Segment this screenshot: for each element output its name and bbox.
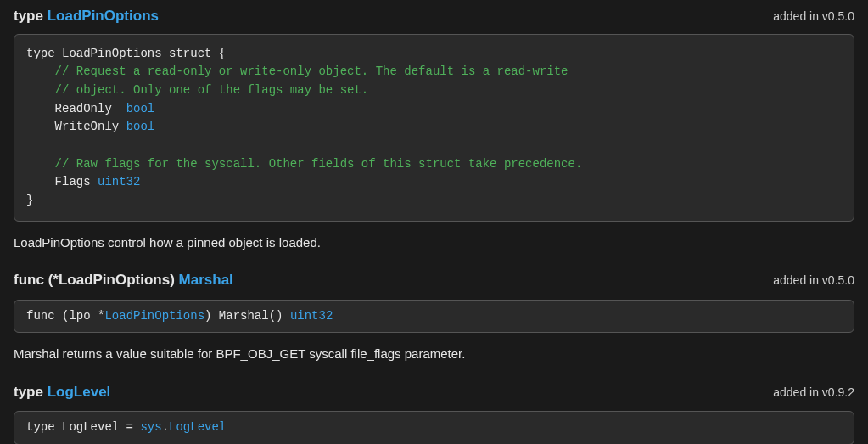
code-text: ) Marshal() [204, 309, 290, 323]
section-title: func (*LoadPinOptions) Marshal [14, 269, 233, 291]
code-block-loadpinoptions: type LoadPinOptions struct { // Request … [14, 34, 854, 222]
code-type-link[interactable]: LogLevel [169, 420, 226, 434]
type-link-loglevel[interactable]: LogLevel [48, 384, 111, 400]
code-block-marshal: func (lpo *LoadPinOptions) Marshal() uin… [14, 300, 854, 334]
code-pkg-link[interactable]: sys [140, 420, 161, 434]
section-header-loadpinoptions: type LoadPinOptions added in v0.5.0 [0, 0, 868, 31]
version-badge: added in v0.9.2 [773, 384, 854, 402]
type-link-loadpinoptions[interactable]: LoadPinOptions [48, 8, 159, 24]
section-header-marshal: func (*LoadPinOptions) Marshal added in … [0, 264, 868, 295]
receiver-label: (*LoadPinOptions) [48, 272, 175, 288]
version-badge: added in v0.5.0 [773, 272, 854, 289]
doc-container: type LoadPinOptions added in v0.5.0 type… [0, 0, 868, 444]
code-type-link[interactable]: LoadPinOptions [104, 309, 204, 323]
kind-label: type [14, 384, 43, 400]
code-text: func (lpo * [26, 309, 104, 323]
code-line: type LoadPinOptions struct { [26, 47, 226, 60]
code-type[interactable]: uint32 [98, 175, 140, 188]
code-block-loglevel: type LogLevel = sys.LogLevel [14, 411, 854, 444]
kind-label: func [14, 272, 44, 288]
code-field: ReadOnly [26, 102, 126, 115]
code-type[interactable]: bool [126, 120, 155, 133]
code-type[interactable]: uint32 [290, 309, 333, 323]
code-field: WriteOnly [26, 120, 126, 133]
code-comment: // Raw flags for the syscall. Other fiel… [26, 157, 582, 171]
code-text: . [162, 420, 169, 434]
code-text: type LogLevel = [26, 420, 140, 434]
func-link-marshal[interactable]: Marshal [179, 272, 233, 288]
kind-label: type [14, 8, 43, 24]
section-description: Marshal returns a value suitable for BPF… [0, 341, 868, 376]
version-badge: added in v0.5.0 [773, 8, 854, 25]
section-title: type LoadPinOptions [14, 5, 159, 27]
code-type[interactable]: bool [126, 102, 155, 115]
section-title: type LogLevel [14, 381, 110, 403]
code-field: Flags [26, 175, 98, 188]
code-comment: // Request a read-only or write-only obj… [26, 65, 568, 78]
section-description: LoadPinOptions control how a pinned obje… [0, 230, 868, 265]
section-header-loglevel: type LogLevel added in v0.9.2 [0, 376, 868, 407]
code-comment: // object. Only one of the flags may be … [26, 83, 368, 97]
code-line: } [26, 194, 33, 207]
